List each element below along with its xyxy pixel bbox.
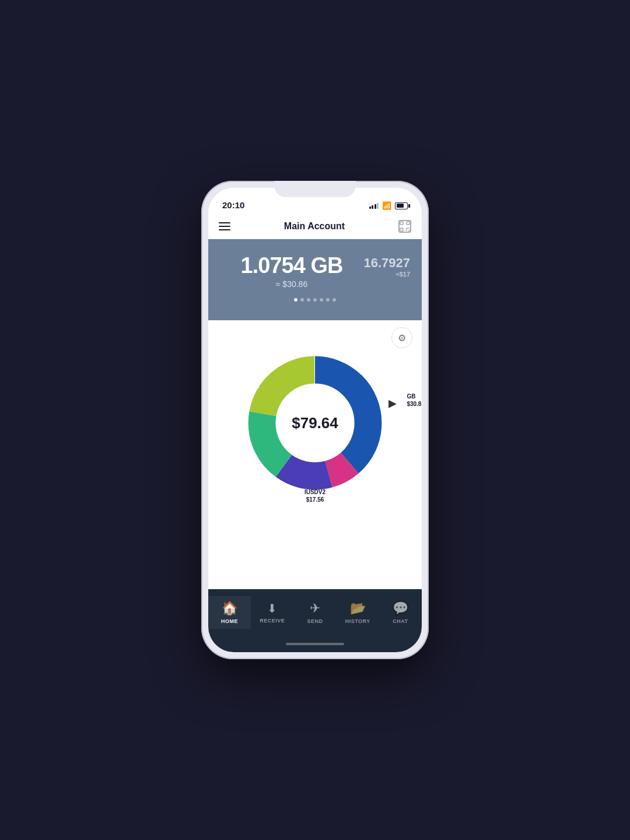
label-iusdv2: IUSDV2 $17.56 [304,488,326,503]
arrow-pointer: ▶ [388,398,397,411]
label-ithv2-value: $11.35 [242,383,260,390]
secondary-balance: 16.7927 ≈$17 [363,253,410,278]
receive-label: RECEIVE [260,618,285,624]
status-icons: 📶 [369,201,408,210]
label-iaug-name: IAUG [352,342,366,350]
phone-device: 20:10 📶 Main Account [201,181,429,659]
nav-send[interactable]: ✈ SEND [293,596,336,629]
status-time: 20:10 [222,200,244,210]
menu-button[interactable] [219,222,230,230]
label-gb-name: GB [407,393,422,400]
carousel-dots [220,298,410,302]
dot-2[interactable] [300,298,304,302]
battery-icon [395,202,408,209]
dot-4[interactable] [313,298,317,302]
total-value: $79.64 [292,414,338,432]
chat-label: CHAT [393,618,408,624]
history-label: HISTORY [345,618,370,624]
secondary-amount: 16.7927 [363,256,410,271]
bottom-nav: 🏠 HOME ⬇ RECEIVE ✈ SEND 📂 HISTORY 💬 CHAT [208,589,422,636]
label-ibitv2: IBITV2 $14.19 [231,447,249,463]
label-ibitv2-name: IBITV2 [231,447,249,455]
gear-icon: ⚙ [398,332,406,344]
account-title: Main Account [284,221,345,232]
label-gb: GB $30.86 [407,393,422,408]
secondary-usd: ≈$17 [363,271,410,278]
primary-balance: 1.0754 GB ≈ $30.86 [220,253,363,289]
home-label: HOME [221,618,238,624]
chart-container: $79.64 GB $30.86 ▶ IAUG $5.67 ITHV2 [218,347,412,499]
dot-1[interactable] [294,298,298,302]
label-iaug-value: $5.67 [352,350,366,358]
balance-amount: 1.0754 GB [220,253,363,278]
svg-rect-1 [407,222,410,225]
home-bar [286,643,344,645]
label-ithv2: ITHV2 $11.35 [242,375,260,390]
nav-chat[interactable]: 💬 CHAT [379,596,422,629]
balance-card: 1.0754 GB ≈ $30.86 16.7927 ≈$17 [208,239,422,320]
donut-center-total: $79.64 [292,414,338,432]
home-icon: 🏠 [222,601,237,616]
svg-rect-0 [400,222,403,225]
dot-5[interactable] [320,298,323,302]
label-ithv2-name: ITHV2 [242,375,260,383]
send-icon: ✈ [310,601,320,616]
balance-usd: ≈ $30.86 [220,279,363,289]
wifi-icon: 📶 [382,201,391,210]
scan-button[interactable] [398,220,411,233]
phone-screen: 20:10 📶 Main Account [208,188,422,652]
send-label: SEND [307,618,323,624]
phone-notch [274,181,356,197]
top-nav: Main Account [208,214,422,239]
label-ibitv2-value: $14.19 [231,455,249,463]
dot-3[interactable] [307,298,310,302]
label-iusdv2-name: IUSDV2 [304,488,326,496]
receive-icon: ⬇ [267,601,277,615]
history-icon: 📂 [350,601,366,616]
chat-icon: 💬 [393,601,408,616]
label-iusdv2-value: $17.56 [304,496,326,503]
settings-button[interactable]: ⚙ [391,327,412,348]
signal-icon [369,203,379,209]
main-content: ⚙ [208,320,422,589]
dot-7[interactable] [332,298,336,302]
dot-6[interactable] [326,298,330,302]
nav-history[interactable]: 📂 HISTORY [337,596,379,629]
label-iaug: IAUG $5.67 [352,342,366,358]
label-gb-value: $30.86 [407,400,422,408]
home-indicator [208,636,422,652]
nav-receive[interactable]: ⬇ RECEIVE [251,597,293,628]
svg-rect-2 [400,228,403,231]
nav-home[interactable]: 🏠 HOME [208,596,251,629]
donut-chart: $79.64 GB $30.86 ▶ IAUG $5.67 ITHV2 [239,347,391,499]
